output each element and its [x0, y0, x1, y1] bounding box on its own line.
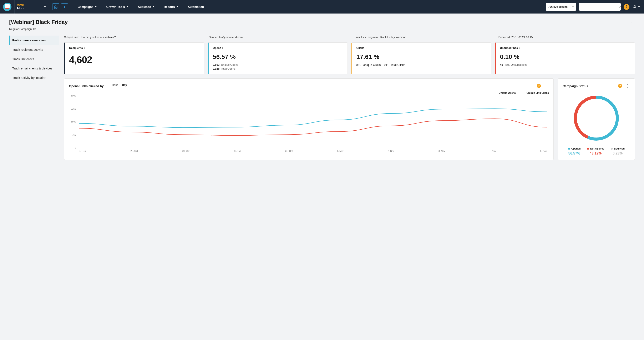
stat-clicks-pct: 17.61 %: [356, 53, 487, 60]
user-icon: [632, 4, 637, 9]
chevron-down-icon: [572, 6, 574, 7]
credits-dropdown[interactable]: 726,529 credits: [546, 3, 576, 10]
opens-clicks-title: Opens/Links clicked by: [69, 84, 104, 88]
nav-audience[interactable]: Audience: [138, 5, 154, 8]
stat-opens-pct: 56.57 %: [213, 53, 343, 60]
sidebar-item-clients-devices[interactable]: Track email clients & devices: [9, 64, 59, 73]
donut-chart: [571, 93, 621, 143]
stat-clicks-link[interactable]: Clicks: [356, 46, 487, 49]
page-title: [Webinar] Black Friday: [9, 19, 68, 25]
logo[interactable]: [0, 0, 14, 13]
line-chart-legend: Unique Opens Unique Link Clicks: [69, 92, 549, 94]
main-nav: Campaigns Growth Tools Audience Reports …: [72, 5, 546, 8]
meta-delivered: Delivered: 26-10-2021 18:15: [498, 35, 635, 39]
home-button[interactable]: [52, 3, 59, 10]
plus-icon: [63, 5, 66, 9]
home-icon: [54, 5, 58, 9]
sidebar-item-link-clicks[interactable]: Track link clicks: [9, 54, 59, 64]
stat-unsubs-link[interactable]: Unsubscribes: [500, 46, 630, 49]
campaign-meta: Subject line: How did you like our webin…: [64, 35, 635, 39]
sidebar-item-recipient-activity[interactable]: Track recipient activity: [9, 45, 59, 54]
panel-help-button[interactable]: ?: [618, 84, 622, 88]
chevron-down-icon: [44, 6, 46, 7]
panel-help-button[interactable]: ?: [537, 84, 541, 88]
panel-menu[interactable]: ⋮: [544, 83, 549, 89]
meta-list: Email lists / segment: Black Friday Webi…: [354, 35, 490, 39]
chevron-down-icon: [126, 6, 128, 7]
search-input[interactable]: [583, 5, 618, 8]
chevron-down-icon: [176, 6, 178, 7]
help-button[interactable]: ?: [624, 4, 630, 10]
toggle-day[interactable]: Day: [122, 83, 127, 88]
stat-clicks: Clicks 17.61 % 810 Unique Clicks 911 Tot…: [352, 42, 492, 74]
account-role: Owner: [17, 3, 24, 6]
search-box[interactable]: All: [579, 3, 621, 10]
campaign-status-panel: Campaign Status ? ⋮ Opened 56.57%: [558, 78, 635, 160]
chevron-down-icon: [638, 6, 640, 7]
sidebar-item-performance[interactable]: Performance overview: [9, 35, 59, 45]
chevron-right-icon: [366, 47, 367, 49]
nav-reports[interactable]: Reports: [164, 5, 178, 8]
stat-opens-link[interactable]: Opens: [213, 46, 343, 49]
report-sidebar: Performance overview Track recipient act…: [9, 35, 59, 160]
donut-legend: Opened 56.57% Not Opened 43.19% Bounced …: [562, 147, 630, 156]
nav-campaigns[interactable]: Campaigns: [78, 5, 96, 8]
panel-menu[interactable]: ⋮: [625, 83, 630, 89]
stat-unsubscribes: Unsubscribes 0.10 % 40 Total Unsubscribe…: [495, 42, 635, 74]
sidebar-item-location[interactable]: Track activity by location: [9, 73, 59, 82]
nav-growth-tools[interactable]: Growth Tools: [106, 5, 128, 8]
page-actions-menu[interactable]: ⋮: [629, 19, 635, 25]
logo-icon: [3, 3, 12, 11]
stat-unsubs-pct: 0.10 %: [500, 53, 630, 60]
new-button[interactable]: [61, 3, 68, 10]
account-name: Moo: [17, 6, 24, 10]
meta-subject: Subject line: How did you like our webin…: [64, 35, 200, 39]
stat-recipients-link[interactable]: Recipients: [69, 46, 200, 49]
user-menu[interactable]: [632, 4, 640, 9]
nav-automation[interactable]: Automation: [188, 5, 204, 8]
chevron-right-icon: [519, 47, 520, 49]
topbar: Owner Moo Campaigns Growth Tools Audienc…: [0, 0, 644, 13]
chevron-down-icon: [95, 6, 96, 7]
svg-point-1: [634, 5, 635, 7]
chevron-down-icon: [152, 6, 154, 7]
line-chart: 0750150022503000 27. Oct28. Oct29. Oct30…: [69, 96, 549, 154]
page-subtitle: Regular Campaign ID:: [9, 27, 68, 30]
chevron-right-icon: [222, 47, 224, 49]
campaign-status-title: Campaign Status: [562, 84, 588, 88]
stat-opens: Opens 56.57 % 2,603 Unique Opens 2,928 T…: [208, 42, 348, 74]
stat-recipients: Recipients 4,602: [64, 42, 204, 74]
stat-recipients-value: 4,602: [69, 54, 200, 65]
account-switcher[interactable]: Owner Moo: [14, 3, 49, 10]
credits-label: 726,529 credits: [548, 5, 568, 8]
meta-sender: Sender: tea@moosend.com: [209, 35, 345, 39]
opens-clicks-panel: Opens/Links clicked by Hour Day ? ⋮ U: [64, 78, 554, 160]
chevron-right-icon: [84, 47, 85, 49]
toggle-hour[interactable]: Hour: [112, 83, 118, 88]
